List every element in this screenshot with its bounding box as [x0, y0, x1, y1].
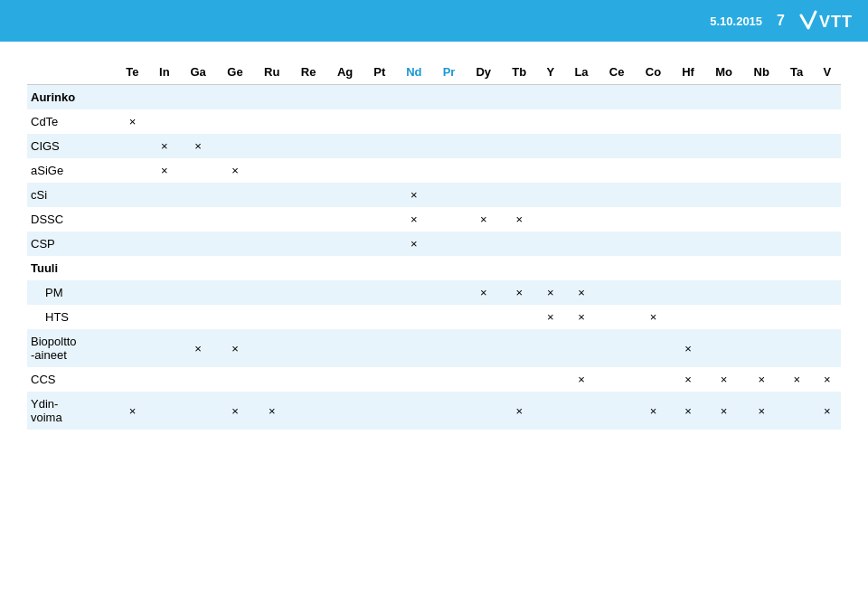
table-cell	[466, 183, 502, 207]
table-cell	[180, 207, 217, 232]
table-cell	[290, 109, 326, 134]
table-cell	[180, 158, 217, 183]
x-mark: ×	[480, 213, 487, 226]
table-cell	[363, 256, 396, 280]
table-cell	[780, 109, 814, 134]
table-cell	[672, 305, 704, 329]
table-cell: ×	[704, 392, 743, 430]
table-cell	[180, 367, 217, 392]
x-mark: ×	[194, 139, 202, 153]
row-label-cell: Biopoltto-aineet	[27, 329, 116, 367]
table-cell	[743, 183, 780, 207]
table-cell	[780, 158, 814, 183]
table-cell	[290, 158, 326, 183]
table-cell	[149, 367, 180, 392]
table-cell	[780, 183, 814, 207]
table-row: Aurinko	[27, 85, 841, 110]
table-row: CIGS××	[27, 134, 841, 158]
table-cell	[743, 109, 780, 134]
vtt-logo-svg: VTT	[799, 6, 854, 35]
table-cell	[599, 232, 635, 256]
table-cell	[599, 305, 635, 329]
table-row: DSSC×××	[27, 207, 841, 232]
table-cell	[537, 329, 564, 367]
col-header-V: V	[814, 60, 841, 85]
table-cell	[704, 207, 743, 232]
table-cell	[704, 305, 743, 329]
table-cell	[149, 329, 180, 367]
table-cell	[217, 109, 254, 134]
table-cell: ×	[466, 280, 502, 305]
col-header-Ge: Ge	[217, 60, 254, 85]
x-mark: ×	[515, 213, 523, 226]
table-cell: ×	[537, 305, 564, 329]
table-cell	[780, 134, 814, 158]
table-cell	[814, 183, 841, 207]
table-cell: ×	[253, 392, 290, 430]
table-cell	[537, 367, 564, 392]
table-row: CCS××××××	[27, 367, 841, 392]
table-cell	[149, 183, 180, 207]
table-cell	[432, 305, 465, 329]
x-mark: ×	[231, 404, 239, 418]
header-logo: VTT	[799, 6, 854, 35]
table-cell	[672, 183, 704, 207]
table-cell	[395, 305, 432, 329]
table-cell	[537, 256, 564, 280]
col-header-Re: Re	[290, 60, 326, 85]
table-cell	[180, 392, 217, 430]
table-cell	[564, 109, 599, 134]
row-label-cell: CCS	[27, 367, 116, 392]
x-mark: ×	[824, 373, 831, 386]
table-cell	[635, 367, 672, 392]
table-cell: ×	[537, 280, 564, 305]
row-label-cell: CSP	[27, 232, 116, 256]
table-row: Tuuli	[27, 256, 841, 280]
table-cell	[253, 109, 290, 134]
table-cell	[502, 134, 537, 158]
table-cell	[253, 134, 290, 158]
table-cell	[432, 256, 465, 280]
row-label-cell: cSi	[27, 183, 116, 207]
table-cell	[395, 85, 432, 110]
table-cell	[780, 256, 814, 280]
header-bar: 5.10.2015 7 VTT	[0, 0, 868, 42]
table-cell	[502, 183, 537, 207]
table-cell	[432, 367, 465, 392]
x-mark: ×	[684, 404, 692, 418]
table-cell	[395, 109, 432, 134]
table-cell: ×	[635, 305, 672, 329]
table-cell	[253, 183, 290, 207]
x-mark: ×	[231, 342, 239, 355]
table-cell	[672, 280, 704, 305]
table-cell: ×	[395, 183, 432, 207]
table-body: AurinkoCdTe×CIGS××aSiGe××cSi×DSSC×××CSP×…	[27, 85, 841, 430]
table-cell	[217, 134, 254, 158]
table-cell: ×	[564, 367, 599, 392]
table-cell	[704, 134, 743, 158]
table-cell	[537, 109, 564, 134]
table-cell	[432, 183, 465, 207]
table-cell: ×	[780, 367, 814, 392]
table-cell	[363, 392, 396, 430]
table-cell	[599, 134, 635, 158]
col-header-Tb: Tb	[502, 60, 537, 85]
x-mark: ×	[650, 310, 657, 324]
x-mark: ×	[547, 286, 554, 299]
x-mark: ×	[129, 404, 137, 418]
table-cell	[395, 256, 432, 280]
table-header: Te In Ga Ge Ru Re Ag Pt Nd Pr Dy Tb Y La…	[27, 60, 841, 85]
table-cell	[672, 232, 704, 256]
table-cell	[635, 329, 672, 367]
table-cell	[149, 232, 180, 256]
table-cell	[290, 232, 326, 256]
table-cell	[326, 232, 363, 256]
table-cell	[116, 134, 149, 158]
x-mark: ×	[194, 342, 202, 355]
table-cell	[672, 134, 704, 158]
table-cell	[466, 329, 502, 367]
table-cell	[326, 280, 363, 305]
x-mark: ×	[824, 404, 831, 418]
table-cell	[599, 109, 635, 134]
table-cell	[564, 256, 599, 280]
